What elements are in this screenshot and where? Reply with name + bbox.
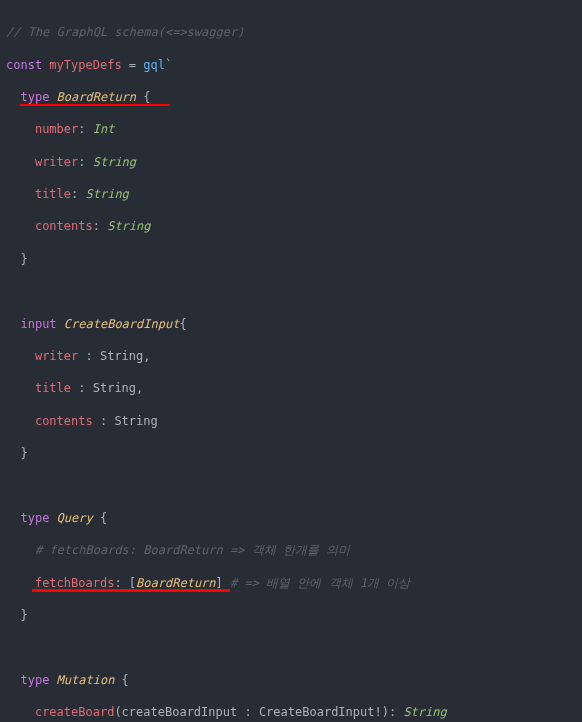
text: : String	[93, 414, 158, 428]
type-name: BoardReturn	[57, 90, 136, 104]
code-line: input CreateBoardInput{	[6, 316, 576, 332]
brace: }	[20, 446, 27, 460]
text: : String,	[71, 381, 143, 395]
backtick: `	[165, 58, 172, 72]
keyword-type: type	[20, 90, 49, 104]
colon: :	[93, 219, 107, 233]
bracket: [	[129, 576, 136, 590]
keyword-type: type	[20, 511, 49, 525]
colon: :	[389, 705, 403, 719]
code-line: contents: String	[6, 218, 576, 234]
code-line: type Query {	[6, 510, 576, 526]
code-line: title: String	[6, 186, 576, 202]
field-name: writer	[35, 155, 78, 169]
code-line: }	[6, 445, 576, 461]
colon: :	[78, 155, 92, 169]
code-line: type Mutation {	[6, 672, 576, 688]
gql-tag: gql	[143, 58, 165, 72]
code-line: fetchBoards: [BoardReturn] # => 배열 안에 객체…	[6, 575, 576, 591]
code-editor: // The GraphQL schema(<=>swagger) const …	[0, 0, 582, 722]
code-line: writer: String	[6, 154, 576, 170]
comment: # fetchBoards: BoardReturn => 객체 한개를 의미	[35, 543, 350, 557]
colon: :	[114, 576, 128, 590]
code-line: type BoardReturn {	[6, 89, 576, 105]
code-line: number: Int	[6, 121, 576, 137]
brace: {	[114, 673, 128, 687]
keyword-type: type	[20, 673, 49, 687]
code-line: contents : String	[6, 413, 576, 429]
field-type: String	[85, 187, 128, 201]
keyword-const: const	[6, 58, 42, 72]
type-name: CreateBoardInput	[64, 317, 180, 331]
code-line: }	[6, 607, 576, 623]
code-line: createBoard(createBoardInput : CreateBoa…	[6, 704, 576, 720]
bracket: ]	[216, 576, 223, 590]
field-name: createBoard	[35, 705, 114, 719]
equals: =	[122, 58, 144, 72]
field-name: title	[35, 381, 71, 395]
type-name: BoardReturn	[136, 576, 215, 590]
colon: :	[71, 187, 85, 201]
var-name: myTypeDefs	[49, 58, 121, 72]
field-name: title	[35, 187, 71, 201]
field-name: writer	[35, 349, 78, 363]
field-type: Int	[93, 122, 115, 136]
blank-line	[6, 283, 576, 299]
red-underline	[32, 589, 230, 592]
field-type: String	[403, 705, 446, 719]
colon: :	[78, 122, 92, 136]
comment: # => 배열 안에 객체 1개 이상	[223, 576, 410, 590]
code-line: writer : String,	[6, 348, 576, 364]
code-line: title : String,	[6, 380, 576, 396]
brace: {	[136, 90, 150, 104]
code-line: // The GraphQL schema(<=>swagger)	[6, 24, 576, 40]
brace: {	[179, 317, 186, 331]
field-name: fetchBoards	[35, 576, 114, 590]
code-line: # fetchBoards: BoardReturn => 객체 한개를 의미	[6, 542, 576, 558]
params: (createBoardInput : CreateBoardInput!)	[114, 705, 389, 719]
field-name: number	[35, 122, 78, 136]
text: : String,	[78, 349, 150, 363]
red-underline	[20, 104, 170, 107]
brace: {	[93, 511, 107, 525]
keyword-input: input	[20, 317, 56, 331]
field-type: String	[107, 219, 150, 233]
brace: }	[20, 608, 27, 622]
code-line: }	[6, 251, 576, 267]
comment: // The GraphQL schema(<=>swagger)	[6, 25, 244, 39]
brace: }	[20, 252, 27, 266]
blank-line	[6, 639, 576, 655]
field-type: String	[93, 155, 136, 169]
type-name: Query	[57, 511, 93, 525]
field-name: contents	[35, 219, 93, 233]
type-name: Mutation	[57, 673, 115, 687]
code-line: const myTypeDefs = gql`	[6, 57, 576, 73]
blank-line	[6, 477, 576, 493]
field-name: contents	[35, 414, 93, 428]
